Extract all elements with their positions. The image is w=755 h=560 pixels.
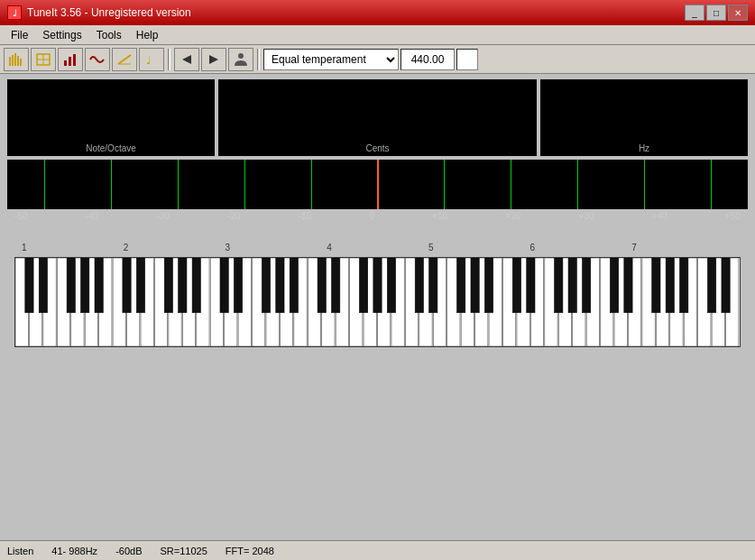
svg-line-11	[118, 55, 131, 64]
status-fft: FFT= 2048	[226, 546, 274, 556]
piano-octave-labels: 1 2 3 4 5 6 7	[22, 243, 733, 252]
svg-marker-15	[209, 55, 218, 64]
svg-rect-77	[179, 258, 187, 313]
svg-rect-89	[415, 258, 423, 313]
stft-button[interactable]	[112, 48, 137, 71]
tuning-meter	[7, 160, 748, 209]
svg-rect-100	[624, 258, 632, 313]
status-sr: SR=11025	[160, 546, 207, 556]
menu-bar: File Settings Tools Help	[0, 25, 755, 45]
tick-plus30	[577, 160, 578, 209]
tick-plus40	[644, 160, 645, 209]
spectrum-icon	[8, 51, 24, 68]
menu-tools[interactable]: Tools	[89, 27, 129, 43]
menu-file[interactable]: File	[4, 27, 35, 43]
tick-zero	[377, 160, 379, 209]
status-bar: Listen 41- 988Hz -60dB SR=11025 FFT= 204…	[0, 540, 755, 560]
svg-rect-83	[290, 258, 298, 313]
octave-label-1: 1	[22, 243, 124, 252]
svg-rect-99	[610, 258, 618, 313]
scale-plus40: +40	[652, 211, 668, 221]
svg-rect-70	[39, 258, 47, 313]
minimize-button[interactable]: _	[685, 5, 704, 21]
bar-button[interactable]	[58, 48, 83, 71]
svg-rect-76	[164, 258, 172, 313]
tick-minus40	[111, 160, 112, 209]
toolbar-separator-2	[257, 49, 260, 70]
octave-label-5: 5	[428, 243, 530, 252]
chromatic-icon	[35, 51, 51, 68]
frequency-input[interactable]	[401, 49, 455, 70]
svg-rect-79	[220, 258, 228, 313]
svg-rect-90	[429, 258, 437, 313]
scale-minus10: -10	[299, 211, 311, 221]
svg-rect-0	[9, 57, 11, 66]
svg-point-16	[238, 53, 244, 59]
scale-minus50: -50	[14, 211, 27, 221]
svg-rect-75	[136, 258, 144, 313]
prev-button[interactable]	[174, 48, 199, 71]
tick-plus20	[511, 160, 511, 209]
cents-display-panel: Cents	[218, 79, 537, 156]
octave-label-3: 3	[225, 243, 327, 252]
svg-rect-98	[583, 258, 591, 313]
svg-rect-82	[276, 258, 284, 313]
note-octave-label: Note/Octave	[86, 143, 136, 153]
maximize-button[interactable]: □	[706, 5, 726, 21]
person-button[interactable]	[228, 48, 253, 71]
tuning-meter-wrapper: -50 -40 -30 -20 -10 0 +10 +20 +30 +40 +5…	[7, 160, 748, 221]
prev-icon	[180, 53, 193, 66]
tick-plus10	[444, 160, 445, 209]
svg-rect-97	[568, 258, 576, 313]
close-button[interactable]: ✕	[728, 5, 748, 21]
svg-rect-8	[64, 60, 67, 66]
svg-rect-85	[332, 258, 340, 313]
piano-keyboard[interactable]: /* piano drawn below */	[14, 257, 741, 347]
app-icon: ♩	[7, 5, 22, 20]
note-icon: ♩	[143, 51, 160, 68]
piano-container: 1 2 3 4 5 6 7 /* piano drawn below */	[7, 239, 748, 354]
menu-help[interactable]: Help	[129, 27, 166, 43]
hz-label: Hz	[639, 143, 649, 153]
svg-rect-9	[69, 57, 71, 66]
svg-rect-74	[123, 258, 131, 313]
svg-rect-71	[67, 258, 75, 313]
display-row: Note/Octave Cents Hz	[7, 79, 748, 156]
status-mode: Listen	[7, 546, 33, 556]
svg-rect-1	[12, 55, 14, 66]
svg-marker-14	[182, 55, 191, 64]
svg-rect-88	[387, 258, 395, 313]
main-area: Note/Octave Cents Hz	[0, 74, 755, 360]
note-button[interactable]: ♩	[139, 48, 164, 71]
scale-minus20: -20	[227, 211, 240, 221]
svg-rect-78	[192, 258, 200, 313]
svg-rect-10	[73, 54, 76, 66]
spectrum-button[interactable]	[4, 48, 29, 71]
tuning-scale: -50 -40 -30 -20 -10 0 +10 +20 +30 +40 +5…	[7, 211, 748, 221]
scale-plus20: +20	[505, 211, 520, 221]
svg-rect-72	[81, 258, 89, 313]
status-db: -60dB	[115, 546, 142, 556]
temperament-select[interactable]: Equal temperament Just intonation Pythag…	[263, 49, 399, 70]
svg-rect-86	[359, 258, 367, 313]
chromatic-button[interactable]	[31, 48, 56, 71]
svg-rect-93	[484, 258, 493, 313]
title-bar: ♩ TuneIt 3.56 - Unregistered version _ □…	[0, 0, 755, 25]
hz-display-panel: Hz	[540, 79, 748, 156]
window-controls: _ □ ✕	[685, 5, 748, 21]
wave-button[interactable]	[85, 48, 110, 71]
svg-rect-104	[707, 258, 715, 313]
menu-settings[interactable]: Settings	[35, 27, 88, 43]
octave-label-2: 2	[124, 243, 226, 252]
octave-label-4: 4	[327, 243, 428, 252]
tick-minus20	[244, 160, 245, 209]
svg-text:♩: ♩	[146, 54, 152, 67]
svg-rect-92	[471, 258, 479, 313]
note-display-panel: Note/Octave	[7, 79, 215, 156]
play-icon	[207, 53, 220, 66]
meter-ticks	[7, 160, 748, 209]
svg-rect-96	[555, 258, 563, 313]
svg-rect-84	[318, 258, 326, 313]
play-button[interactable]	[201, 48, 226, 71]
scale-plus50: +50	[725, 211, 741, 221]
